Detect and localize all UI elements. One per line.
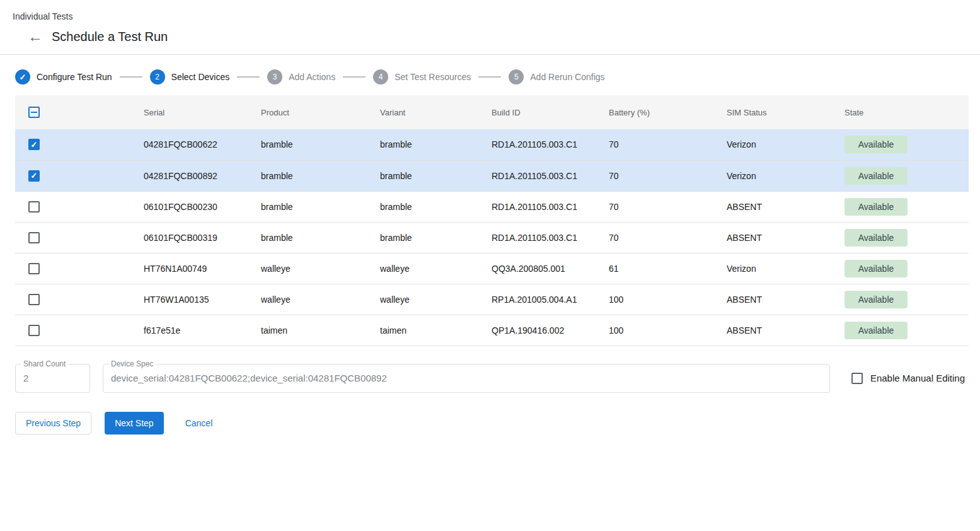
cancel-button[interactable]: Cancel xyxy=(175,412,223,435)
stepper: ✓ Configure Test Run 2 Select Devices 3 … xyxy=(0,55,980,95)
cell-sim-status: Verizon xyxy=(727,129,845,160)
device-spec-field[interactable]: Device Spec device_serial:04281FQCB00622… xyxy=(103,364,830,393)
cell-variant: bramble xyxy=(380,222,492,253)
cell-variant: bramble xyxy=(380,160,492,191)
cell-product: taimen xyxy=(261,315,380,346)
enable-manual-editing[interactable]: Enable Manual Editing xyxy=(851,373,965,384)
step-connector xyxy=(478,76,501,78)
table-row[interactable]: 06101FQCB00319 bramble bramble RD1A.2011… xyxy=(15,222,969,253)
previous-step-button[interactable]: Previous Step xyxy=(15,412,91,435)
table-row[interactable]: HT76W1A00135 walleye walleye RP1A.201005… xyxy=(15,284,969,315)
row-checkbox[interactable] xyxy=(28,263,40,274)
column-header-build-id: Build ID xyxy=(492,95,609,129)
step-number-circle: 5 xyxy=(509,69,524,85)
row-checkbox[interactable] xyxy=(28,201,40,213)
row-checkbox[interactable] xyxy=(28,170,40,182)
step-connector xyxy=(237,76,260,78)
status-badge: Available xyxy=(845,136,908,153)
step-label: Set Test Resources xyxy=(395,72,471,82)
table-row[interactable]: HT76N1A00749 walleye walleye QQ3A.200805… xyxy=(15,253,969,284)
cell-battery: 100 xyxy=(609,315,727,346)
cell-battery: 100 xyxy=(609,284,727,315)
status-badge: Available xyxy=(845,322,908,339)
action-buttons: Previous Step Next Step Cancel xyxy=(15,412,965,435)
cell-product: bramble xyxy=(261,191,380,222)
cell-variant: bramble xyxy=(380,129,492,160)
step-add-rerun-configs[interactable]: 5 Add Rerun Configs xyxy=(509,69,604,85)
cell-build-id: RD1A.201105.003.C1 xyxy=(492,222,609,253)
step-connector xyxy=(343,76,366,78)
step-connector xyxy=(120,76,142,78)
back-arrow-icon[interactable]: ← xyxy=(28,29,43,44)
cell-product: walleye xyxy=(261,253,380,284)
status-badge: Available xyxy=(845,229,908,247)
table-header-row: Serial Product Variant Build ID Battery … xyxy=(15,95,969,129)
table-row[interactable]: 04281FQCB00892 bramble bramble RD1A.2011… xyxy=(15,160,969,191)
status-badge: Available xyxy=(845,198,908,216)
row-checkbox[interactable] xyxy=(28,294,40,305)
status-badge: Available xyxy=(845,291,908,308)
cell-serial: 04281FQCB00892 xyxy=(144,160,261,191)
cell-build-id: QP1A.190416.002 xyxy=(492,315,609,346)
breadcrumb: Individual Tests xyxy=(13,11,980,21)
cell-build-id: RD1A.201105.003.C1 xyxy=(492,129,609,160)
column-header-serial: Serial xyxy=(144,95,261,129)
cell-variant: walleye xyxy=(380,253,492,284)
select-all-checkbox[interactable] xyxy=(28,107,40,118)
column-header-product: Product xyxy=(261,95,380,129)
cell-product: bramble xyxy=(261,129,380,160)
device-table: Serial Product Variant Build ID Battery … xyxy=(15,95,969,346)
cell-variant: bramble xyxy=(380,191,492,222)
step-label: Select Devices xyxy=(171,72,230,82)
step-add-actions[interactable]: 3 Add Actions xyxy=(267,69,335,85)
shard-count-field[interactable]: Shard Count 2 xyxy=(15,364,90,393)
cell-sim-status: Verizon xyxy=(727,160,845,191)
page-header: Individual Tests ← Schedule a Test Run xyxy=(0,0,980,54)
column-header-sim-status: SIM Status xyxy=(727,95,845,129)
column-header-state: State xyxy=(845,95,969,129)
cell-build-id: RD1A.201105.003.C1 xyxy=(492,191,609,222)
step-select-devices[interactable]: 2 Select Devices xyxy=(150,69,230,85)
status-badge: Available xyxy=(845,260,908,277)
cell-variant: taimen xyxy=(380,315,492,346)
cell-battery: 70 xyxy=(609,191,727,222)
row-checkbox[interactable] xyxy=(28,325,40,336)
row-checkbox[interactable] xyxy=(28,232,40,243)
cell-build-id: QQ3A.200805.001 xyxy=(492,253,609,284)
cell-variant: walleye xyxy=(380,284,492,315)
shard-count-label: Shard Count xyxy=(21,359,68,368)
enable-manual-editing-checkbox[interactable] xyxy=(851,373,863,384)
enable-manual-editing-label: Enable Manual Editing xyxy=(870,373,965,383)
cell-battery: 70 xyxy=(609,160,727,191)
column-header-variant: Variant xyxy=(380,95,492,129)
cell-battery: 61 xyxy=(609,253,727,284)
table-row[interactable]: 04281FQCB00622 bramble bramble RD1A.2011… xyxy=(15,129,969,160)
table-row[interactable]: f617e51e taimen taimen QP1A.190416.002 1… xyxy=(15,315,969,346)
column-header-battery: Battery (%) xyxy=(609,95,727,129)
cell-battery: 70 xyxy=(609,129,727,160)
next-step-button[interactable]: Next Step xyxy=(105,412,163,435)
step-label: Add Actions xyxy=(289,72,335,82)
step-label: Add Rerun Configs xyxy=(530,72,604,82)
cell-build-id: RD1A.201105.003.C1 xyxy=(492,160,609,191)
step-number-circle: 4 xyxy=(373,69,388,85)
cell-serial: 04281FQCB00622 xyxy=(144,129,261,160)
status-badge: Available xyxy=(845,167,908,185)
device-spec-value: device_serial:04281FQCB00622;device_seri… xyxy=(103,365,829,392)
cell-battery: 70 xyxy=(609,222,727,253)
cell-sim-status: ABSENT xyxy=(727,284,845,315)
check-icon: ✓ xyxy=(20,73,26,82)
table-row[interactable]: 06101FQCB00230 bramble bramble RD1A.2011… xyxy=(15,191,969,222)
device-options-row: Shard Count 2 Device Spec device_serial:… xyxy=(15,364,965,393)
cell-sim-status: ABSENT xyxy=(727,222,845,253)
step-number-circle: 3 xyxy=(267,69,282,85)
step-set-test-resources[interactable]: 4 Set Test Resources xyxy=(373,69,471,85)
row-checkbox[interactable] xyxy=(28,139,40,150)
step-completed-circle: ✓ xyxy=(15,69,30,85)
cell-sim-status: ABSENT xyxy=(727,191,845,222)
step-configure-test-run[interactable]: ✓ Configure Test Run xyxy=(15,69,112,85)
shard-count-value: 2 xyxy=(16,365,89,392)
cell-serial: f617e51e xyxy=(144,315,261,346)
cell-sim-status: ABSENT xyxy=(727,315,845,346)
step-label: Configure Test Run xyxy=(37,72,112,82)
